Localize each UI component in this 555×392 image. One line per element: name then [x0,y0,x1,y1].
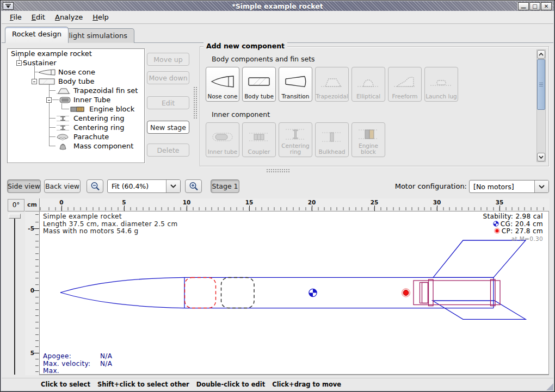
tree-node-nose-cone[interactable]: Nose cone [58,68,95,76]
new-stage-button[interactable]: New stage [147,121,189,134]
status-bar: Click to select Shift+click to select ot… [2,378,553,390]
nose-cone-icon [211,70,235,94]
component-button-bulkhead[interactable]: Bulkhead [315,122,349,157]
stage-1-toggle[interactable]: Stage 1 [211,179,239,193]
cg-legend-icon [493,221,499,227]
ruler-unit: cm [25,198,40,211]
maximize-button[interactable]: □ [529,2,540,10]
component-button-transition[interactable]: Transition [279,67,312,102]
tree-connector [34,66,35,79]
nose-cone-icon [38,69,55,76]
component-button-trapezoidal[interactable]: Trapezoidal [315,67,349,102]
tree-node-centering-ring-1[interactable]: Centering ring [73,114,124,122]
zoom-out-button[interactable] [87,179,103,193]
hint-click-select: Click to select [41,381,90,388]
tree-node-body-tube[interactable]: Body tube [58,77,95,85]
vertical-splitter[interactable] [193,86,197,119]
back-view-button[interactable]: Back view [44,179,81,193]
scrollbar-up-arrow[interactable] [537,50,545,59]
body-section-label: Body components and fin sets [212,55,315,63]
chevron-down-icon[interactable] [166,180,180,192]
edit-button[interactable]: Edit [147,96,189,109]
left-ruler: -5 0 5 [25,211,40,375]
add-panel-scrollbar[interactable] [536,49,546,162]
chevron-down-icon[interactable] [534,181,548,192]
rocket-canvas[interactable]: Simple example rocket Length 37.5 cm, ma… [40,211,549,375]
tree-connector [50,146,55,146]
move-down-button[interactable]: Move down [147,71,189,84]
rotation-slider-track[interactable] [14,214,15,375]
menu-item-file[interactable]: File [5,11,27,23]
inner-tube-outline [414,281,500,305]
tree-node-trapezoidal-fin-set[interactable]: Trapezoidal fin set [73,86,138,95]
component-button-coupler[interactable]: Coupler [242,122,276,157]
trapezoidal-fin-icon [56,88,71,94]
component-button-centering-ring[interactable]: Centering ring [279,122,312,157]
rotation-value: 0° [8,199,24,211]
tree-connector [50,90,55,91]
window-title: *Simple example rocket [1,2,554,10]
tree-node-mass-component[interactable]: Mass component [73,142,133,150]
hint-drag: Click+drag to move [272,381,341,388]
centering-ring-icon [56,125,70,131]
tree-node-engine-block[interactable]: Engine block [89,105,134,113]
tree-node-sustainer[interactable]: Sustainer [23,59,57,67]
horizontal-splitter[interactable] [266,169,290,173]
centering-ring-fore [429,279,434,306]
move-up-button[interactable]: Move up [147,53,189,66]
centering-ring-icon [283,125,307,143]
tree-expander-inner-tube[interactable] [46,97,52,103]
centering-ring-icon [56,115,70,122]
scrollbar-down-arrow[interactable] [537,153,545,161]
component-button-freeform[interactable]: Freeform [388,67,422,102]
component-button-elliptical[interactable]: Elliptical [351,67,385,102]
component-tree[interactable]: Simple example rocket Sustainer Nose con… [7,48,145,163]
menu-item-help[interactable]: Help [88,11,114,23]
tree-connector [50,127,55,128]
resize-grip[interactable] [546,383,553,390]
side-view-button[interactable]: Side view [7,179,41,193]
tree-node-inner-tube[interactable]: Inner Tube [73,96,110,104]
component-button-body-tube[interactable]: Body tube [242,67,276,102]
mass-component-icon [58,142,68,150]
top-ruler: 0 5 10 15 20 25 30 35 [40,198,549,211]
tree-expander-body-tube[interactable] [32,79,37,84]
zoom-in-button[interactable] [185,179,202,193]
fit-combobox[interactable]: Fit (60.4%) [107,179,181,193]
menu-item-edit[interactable]: Edit [27,11,50,23]
trapezoidal-fin-icon [320,70,344,94]
application-window: *Simple example rocket — □ ✕ File Edit A… [0,0,555,392]
tree-node-centering-ring-2[interactable]: Centering ring [73,123,124,132]
tree-connector [52,99,59,100]
add-component-title: Add new component [203,42,287,50]
motor-config-label: Motor configuration: [390,182,467,190]
magnifier-plus-icon [189,182,199,191]
title-bar[interactable]: *Simple example rocket — □ ✕ [1,1,554,11]
engine-block-icon [70,106,84,113]
component-button-engine-block[interactable]: Engine block [351,122,385,157]
menu-item-analyze[interactable]: Analyze [50,11,88,23]
menu-bar: File Edit Analyze Help [2,11,553,24]
minimize-button[interactable]: — [518,2,529,10]
elliptical-fin-icon [356,70,380,94]
delete-button[interactable]: Delete [147,144,189,157]
tab-rocket-design[interactable]: Rocket design [5,27,69,43]
tab-flight-simulations[interactable]: Flight simulations [58,28,134,43]
tree-connector [50,118,55,119]
motor-config-combobox[interactable]: [No motors] [469,180,549,193]
centering-ring-aft [491,279,496,306]
tree-expander-sustainer[interactable] [16,60,22,66]
parachute-icon [56,134,69,140]
component-button-launch-lug[interactable]: Launch lug [424,67,458,102]
close-button[interactable]: ✕ [541,2,552,10]
tree-node-parachute[interactable]: Parachute [73,133,109,141]
tab-bar: Rocket design Flight simulations [2,24,553,43]
component-button-inner-tube[interactable]: Inner tube [206,122,239,157]
scrollbar-thumb[interactable] [537,59,545,110]
rotation-slider-handle[interactable] [9,214,21,219]
component-button-nose-cone[interactable]: Nose cone [206,67,239,102]
zoom-level-value: Fit (60.4%) [108,180,166,192]
tree-node-rocket[interactable]: Simple example rocket [11,49,92,58]
engine-block-icon [356,125,380,143]
lower-fin [433,301,526,319]
